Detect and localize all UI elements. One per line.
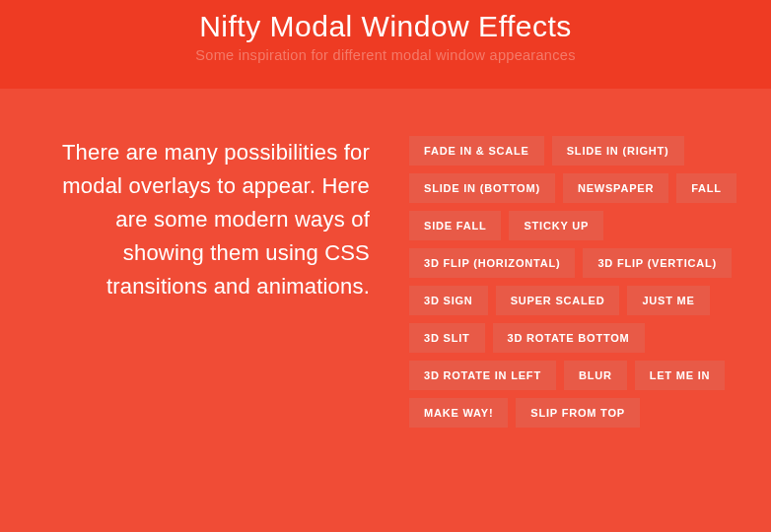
effect-button-slide-in-bottom[interactable]: SLIDE IN (BOTTOM) — [409, 173, 555, 203]
effect-button-fall[interactable]: FALL — [676, 173, 736, 203]
effect-button-sticky-up[interactable]: STICKY UP — [509, 211, 603, 240]
effect-button-3d-slit[interactable]: 3D SLIT — [409, 323, 485, 353]
effect-button-3d-sign[interactable]: 3D SIGN — [409, 286, 488, 315]
page-header: Nifty Modal Window Effects Some inspirat… — [0, 0, 771, 89]
effect-button-3d-flip-vertical[interactable]: 3D FLIP (VERTICAL) — [583, 248, 732, 278]
effect-button-3d-rotate-in-left[interactable]: 3D ROTATE IN LEFT — [409, 361, 556, 390]
effect-button-make-way[interactable]: MAKE WAY! — [409, 398, 508, 428]
main-content: There are many possibilities for modal o… — [0, 89, 771, 447]
effect-button-3d-rotate-bottom[interactable]: 3D ROTATE BOTTOM — [493, 323, 645, 353]
effect-buttons-container: FADE IN & SCALE SLIDE IN (RIGHT) SLIDE I… — [409, 136, 746, 428]
effect-button-let-me-in[interactable]: LET ME IN — [635, 361, 726, 390]
effect-button-just-me[interactable]: JUST ME — [627, 286, 709, 315]
effect-button-newspaper[interactable]: NEWSPAPER — [563, 173, 668, 203]
description-text: There are many possibilities for modal o… — [30, 136, 370, 428]
effect-button-super-scaled[interactable]: SUPER SCALED — [496, 286, 620, 315]
effect-button-slide-in-right[interactable]: SLIDE IN (RIGHT) — [552, 136, 684, 166]
effect-button-side-fall[interactable]: SIDE FALL — [409, 211, 501, 240]
effect-button-fade-in-scale[interactable]: FADE IN & SCALE — [409, 136, 544, 166]
effect-button-slip-from-top[interactable]: SLIP FROM TOP — [516, 398, 640, 428]
page-subtitle: Some inspiration for different modal win… — [20, 47, 751, 63]
effect-button-blur[interactable]: BLUR — [564, 361, 627, 390]
page-title: Nifty Modal Window Effects — [20, 10, 751, 43]
effect-button-3d-flip-horizontal[interactable]: 3D FLIP (HORIZONTAL) — [409, 248, 575, 278]
